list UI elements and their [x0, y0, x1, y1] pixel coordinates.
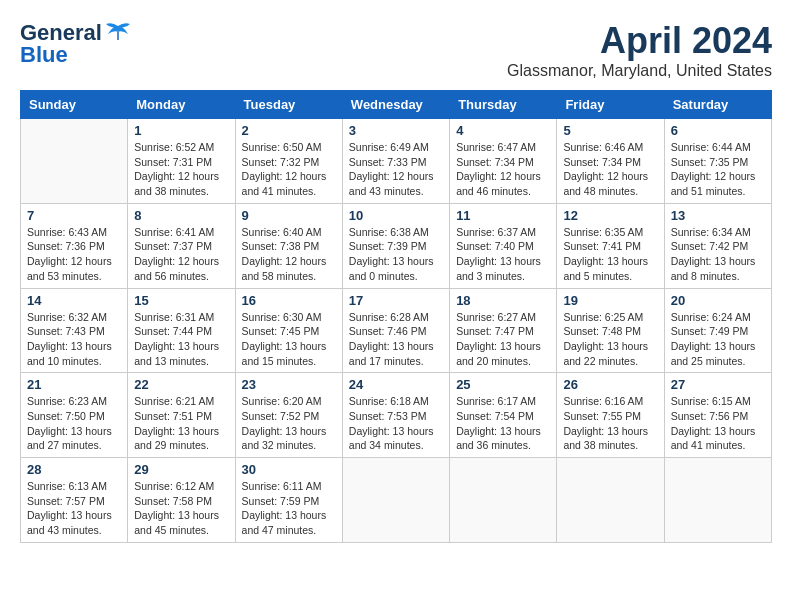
header-tuesday: Tuesday: [235, 91, 342, 119]
logo: General Blue: [20, 20, 132, 68]
table-row: 22Sunrise: 6:21 AM Sunset: 7:51 PM Dayli…: [128, 373, 235, 458]
day-info: Sunrise: 6:15 AM Sunset: 7:56 PM Dayligh…: [671, 394, 765, 453]
day-info: Sunrise: 6:35 AM Sunset: 7:41 PM Dayligh…: [563, 225, 657, 284]
table-row: 4Sunrise: 6:47 AM Sunset: 7:34 PM Daylig…: [450, 119, 557, 204]
day-info: Sunrise: 6:28 AM Sunset: 7:46 PM Dayligh…: [349, 310, 443, 369]
day-number: 28: [27, 462, 121, 477]
table-row: 11Sunrise: 6:37 AM Sunset: 7:40 PM Dayli…: [450, 203, 557, 288]
day-number: 9: [242, 208, 336, 223]
calendar-table: Sunday Monday Tuesday Wednesday Thursday…: [20, 90, 772, 543]
calendar-week-row: 1Sunrise: 6:52 AM Sunset: 7:31 PM Daylig…: [21, 119, 772, 204]
header-sunday: Sunday: [21, 91, 128, 119]
table-row: 25Sunrise: 6:17 AM Sunset: 7:54 PM Dayli…: [450, 373, 557, 458]
day-info: Sunrise: 6:50 AM Sunset: 7:32 PM Dayligh…: [242, 140, 336, 199]
table-row: 27Sunrise: 6:15 AM Sunset: 7:56 PM Dayli…: [664, 373, 771, 458]
day-info: Sunrise: 6:24 AM Sunset: 7:49 PM Dayligh…: [671, 310, 765, 369]
table-row: 3Sunrise: 6:49 AM Sunset: 7:33 PM Daylig…: [342, 119, 449, 204]
day-number: 20: [671, 293, 765, 308]
day-info: Sunrise: 6:46 AM Sunset: 7:34 PM Dayligh…: [563, 140, 657, 199]
table-row: 2Sunrise: 6:50 AM Sunset: 7:32 PM Daylig…: [235, 119, 342, 204]
day-info: Sunrise: 6:18 AM Sunset: 7:53 PM Dayligh…: [349, 394, 443, 453]
calendar-week-row: 28Sunrise: 6:13 AM Sunset: 7:57 PM Dayli…: [21, 458, 772, 543]
day-number: 1: [134, 123, 228, 138]
day-info: Sunrise: 6:27 AM Sunset: 7:47 PM Dayligh…: [456, 310, 550, 369]
table-row: 29Sunrise: 6:12 AM Sunset: 7:58 PM Dayli…: [128, 458, 235, 543]
day-number: 5: [563, 123, 657, 138]
day-info: Sunrise: 6:31 AM Sunset: 7:44 PM Dayligh…: [134, 310, 228, 369]
day-info: Sunrise: 6:30 AM Sunset: 7:45 PM Dayligh…: [242, 310, 336, 369]
day-number: 8: [134, 208, 228, 223]
day-info: Sunrise: 6:11 AM Sunset: 7:59 PM Dayligh…: [242, 479, 336, 538]
table-row: 24Sunrise: 6:18 AM Sunset: 7:53 PM Dayli…: [342, 373, 449, 458]
day-number: 14: [27, 293, 121, 308]
day-info: Sunrise: 6:17 AM Sunset: 7:54 PM Dayligh…: [456, 394, 550, 453]
calendar-week-row: 7Sunrise: 6:43 AM Sunset: 7:36 PM Daylig…: [21, 203, 772, 288]
day-number: 24: [349, 377, 443, 392]
day-number: 12: [563, 208, 657, 223]
day-info: Sunrise: 6:21 AM Sunset: 7:51 PM Dayligh…: [134, 394, 228, 453]
day-info: Sunrise: 6:13 AM Sunset: 7:57 PM Dayligh…: [27, 479, 121, 538]
day-number: 25: [456, 377, 550, 392]
table-row: 14Sunrise: 6:32 AM Sunset: 7:43 PM Dayli…: [21, 288, 128, 373]
table-row: [664, 458, 771, 543]
table-row: [557, 458, 664, 543]
day-info: Sunrise: 6:34 AM Sunset: 7:42 PM Dayligh…: [671, 225, 765, 284]
table-row: [21, 119, 128, 204]
table-row: 10Sunrise: 6:38 AM Sunset: 7:39 PM Dayli…: [342, 203, 449, 288]
table-row: 26Sunrise: 6:16 AM Sunset: 7:55 PM Dayli…: [557, 373, 664, 458]
day-number: 11: [456, 208, 550, 223]
table-row: 19Sunrise: 6:25 AM Sunset: 7:48 PM Dayli…: [557, 288, 664, 373]
page-header: General Blue April 2024 Glassmanor, Mary…: [20, 20, 772, 80]
day-number: 22: [134, 377, 228, 392]
day-info: Sunrise: 6:47 AM Sunset: 7:34 PM Dayligh…: [456, 140, 550, 199]
title-block: April 2024 Glassmanor, Maryland, United …: [507, 20, 772, 80]
day-number: 13: [671, 208, 765, 223]
header-friday: Friday: [557, 91, 664, 119]
day-info: Sunrise: 6:41 AM Sunset: 7:37 PM Dayligh…: [134, 225, 228, 284]
table-row: 17Sunrise: 6:28 AM Sunset: 7:46 PM Dayli…: [342, 288, 449, 373]
day-info: Sunrise: 6:37 AM Sunset: 7:40 PM Dayligh…: [456, 225, 550, 284]
logo-bird-icon: [104, 22, 132, 44]
table-row: 7Sunrise: 6:43 AM Sunset: 7:36 PM Daylig…: [21, 203, 128, 288]
day-number: 6: [671, 123, 765, 138]
day-info: Sunrise: 6:40 AM Sunset: 7:38 PM Dayligh…: [242, 225, 336, 284]
table-row: 1Sunrise: 6:52 AM Sunset: 7:31 PM Daylig…: [128, 119, 235, 204]
day-info: Sunrise: 6:32 AM Sunset: 7:43 PM Dayligh…: [27, 310, 121, 369]
day-number: 15: [134, 293, 228, 308]
day-info: Sunrise: 6:25 AM Sunset: 7:48 PM Dayligh…: [563, 310, 657, 369]
table-row: 23Sunrise: 6:20 AM Sunset: 7:52 PM Dayli…: [235, 373, 342, 458]
day-info: Sunrise: 6:20 AM Sunset: 7:52 PM Dayligh…: [242, 394, 336, 453]
table-row: 6Sunrise: 6:44 AM Sunset: 7:35 PM Daylig…: [664, 119, 771, 204]
calendar-week-row: 21Sunrise: 6:23 AM Sunset: 7:50 PM Dayli…: [21, 373, 772, 458]
calendar-week-row: 14Sunrise: 6:32 AM Sunset: 7:43 PM Dayli…: [21, 288, 772, 373]
location: Glassmanor, Maryland, United States: [507, 62, 772, 80]
day-info: Sunrise: 6:16 AM Sunset: 7:55 PM Dayligh…: [563, 394, 657, 453]
table-row: 8Sunrise: 6:41 AM Sunset: 7:37 PM Daylig…: [128, 203, 235, 288]
day-number: 3: [349, 123, 443, 138]
table-row: 15Sunrise: 6:31 AM Sunset: 7:44 PM Dayli…: [128, 288, 235, 373]
day-info: Sunrise: 6:12 AM Sunset: 7:58 PM Dayligh…: [134, 479, 228, 538]
day-info: Sunrise: 6:44 AM Sunset: 7:35 PM Dayligh…: [671, 140, 765, 199]
day-number: 10: [349, 208, 443, 223]
day-number: 17: [349, 293, 443, 308]
table-row: [342, 458, 449, 543]
day-number: 21: [27, 377, 121, 392]
table-row: 28Sunrise: 6:13 AM Sunset: 7:57 PM Dayli…: [21, 458, 128, 543]
day-info: Sunrise: 6:38 AM Sunset: 7:39 PM Dayligh…: [349, 225, 443, 284]
day-number: 19: [563, 293, 657, 308]
day-number: 7: [27, 208, 121, 223]
day-info: Sunrise: 6:52 AM Sunset: 7:31 PM Dayligh…: [134, 140, 228, 199]
day-number: 16: [242, 293, 336, 308]
table-row: 18Sunrise: 6:27 AM Sunset: 7:47 PM Dayli…: [450, 288, 557, 373]
logo-blue: Blue: [20, 42, 68, 68]
header-monday: Monday: [128, 91, 235, 119]
day-number: 18: [456, 293, 550, 308]
header-thursday: Thursday: [450, 91, 557, 119]
table-row: 30Sunrise: 6:11 AM Sunset: 7:59 PM Dayli…: [235, 458, 342, 543]
table-row: 13Sunrise: 6:34 AM Sunset: 7:42 PM Dayli…: [664, 203, 771, 288]
table-row: 12Sunrise: 6:35 AM Sunset: 7:41 PM Dayli…: [557, 203, 664, 288]
table-row: [450, 458, 557, 543]
day-number: 29: [134, 462, 228, 477]
day-number: 26: [563, 377, 657, 392]
table-row: 9Sunrise: 6:40 AM Sunset: 7:38 PM Daylig…: [235, 203, 342, 288]
